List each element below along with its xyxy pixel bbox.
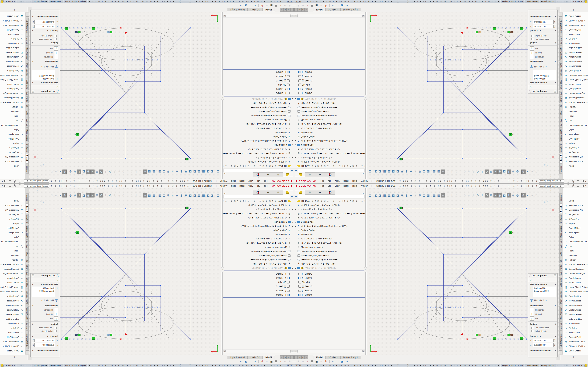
solid-box-icon[interactable]: ■ [184,169,188,174]
tab-weldments[interactable]: Weldments [26,91,28,103]
spinner-buttons[interactable]: ▲▼ [553,343,556,347]
spin-up-icon[interactable]: ▲ [32,339,35,341]
view-orientation-icon[interactable]: ↻ [99,169,103,174]
appearance-ghost-icon[interactable]: ✾ [296,360,301,363]
tree-item-sketch2[interactable]: (-) Sketch2 [294,276,365,280]
perimeter-circle-tool[interactable]: ◎Perimeter Circle [563,203,588,208]
tree-item[interactable]: ★○253Ɛ✜⚬♟◎ΛAΦ⊙○253Ɛ✜⚬♟◎ΛAΦ [294,203,365,207]
relations-listbox[interactable]: Collinear108 Equal length109 [533,70,556,81]
panel-help-icon[interactable]: ? [32,274,34,277]
line-tool[interactable]: ╱Line [0,244,25,249]
restore-button[interactable] [4,185,6,187]
tree-item[interactable]: ○✜天ɔG⚬♟○✻◉[⊙○✜天ɔG⚬♟○✻◉[ [223,258,294,262]
search-dropdown-icon[interactable]: ▾ [25,185,26,187]
circular-sketch-pattern-tool[interactable]: ⟳Circular Sketch Pattern [563,289,588,294]
search-cad-models-box[interactable]: Search CAD Models ▾ [539,184,564,188]
tree-item[interactable]: Σ○25NN◎⚬✜AUᵚ3Ɛ⊙○25NN◎⚬✜AUᵚ3Ɛ [294,122,365,126]
scene-sphere-icon[interactable]: ● [530,193,534,198]
scene-ghost-icon[interactable]: ✿ [301,4,305,7]
constraint-tag[interactable]: =109 [508,334,513,336]
axes-display-icon[interactable]: ✛ [507,169,511,174]
vertical-relation-button-icon[interactable]: | [530,312,534,316]
shell-icon[interactable]: ▥ [426,169,431,174]
silhouette-entities-tool[interactable]: ◑Silhouette Entities [0,344,25,349]
spin-down-icon[interactable]: ▼ [32,345,35,347]
tab-nav-icon[interactable]: ◀ [287,8,290,12]
axes-display-icon[interactable]: ✛ [77,193,81,198]
fit-spline-tool[interactable]: ∿Fit Spline [0,326,25,330]
constraint-tag[interactable]: ▣3 [75,133,79,136]
view-orientation-icon[interactable]: ↻ [99,193,103,198]
tree-item-sketch4[interactable]: (-) Sketch4 [294,74,365,78]
search-dropdown-icon[interactable]: ▾ [562,180,563,182]
tree-item[interactable]: ▶A○25NN◎⚬✜A✜◎NNA⊙○25NN◎⚬✜A✜◎NNA [223,139,294,143]
tab-mold-tools[interactable]: Mold Tools [560,78,562,90]
tab-nav-icon[interactable]: ⏭ [280,355,283,359]
tab-nav-icon[interactable]: ⏭ [280,8,283,12]
toolbar-drag-handle[interactable] [293,4,293,7]
ok-check-icon[interactable]: ✔ [530,278,532,281]
fit-spline-tool[interactable]: ∿Fit Spline [563,326,588,330]
tab-3d-views[interactable]: 3D Views [325,8,341,11]
minimize-button[interactable] [9,180,11,181]
arc-ghost-icon[interactable]: ◝ [121,169,125,174]
scale-entities-tool[interactable]: ⤢Scale Entities [0,308,25,312]
table-icon[interactable]: ▦ [314,360,319,363]
mirror-entities-tool[interactable]: ⧉Mirror Entities [0,280,25,285]
segment-tool[interactable]: ⋰Segment [563,109,588,114]
insert-arrow-icon[interactable]: ⤓ [171,193,175,198]
tabstrip-more-button[interactable]: ⋮ [559,350,562,354]
tab-weldments[interactable]: Weldments [560,91,562,103]
constraint-tag[interactable]: =109 [75,31,81,33]
exit-sketch-icon[interactable]: ↩ [143,193,147,198]
circle-ghost-icon[interactable]: ◌ [445,169,450,174]
horizontal-relation-button-icon[interactable]: — [530,55,534,59]
tree-item[interactable]: ○✜NN◎♟+○✻◉[⊙○✜NN◎♟+○✻◉[ [294,114,365,118]
trim-entities-tool[interactable]: ✂Trim Entities [0,321,25,326]
tree-item-sketch6[interactable]: (-) Sketch6 [294,293,365,297]
split-body-icon[interactable]: ◫ [162,169,166,174]
extruded-cut-icon[interactable]: ◪ [396,193,400,198]
pin-icon[interactable]: ➢ [371,185,373,187]
display-states-icon[interactable]: ☰ [274,360,278,363]
tree-item[interactable]: ○✜天ɔG⚬♟○✻◉[⊙○✜天ɔG⚬♟○✻◉[ [223,105,294,109]
view-3d-icon[interactable]: ⊞ [489,193,493,198]
propertymanager-tab[interactable]: ⧉ [305,172,315,177]
solid-box-icon[interactable]: ■ [400,169,404,174]
relations-listbox[interactable]: Collinear108 Equal length109 [533,286,556,297]
tree-item[interactable]: ▥○25✜3Ɛ25○NN◎⚬✜ƆC3ƐUƧ5○⊙○25✜3Ɛ25○NN◎⚬✜ƆC… [223,211,294,216]
tree-item-sketch5[interactable]: (-) Sketch5 [294,78,365,83]
rollback-bar[interactable] [294,96,365,96]
cancel-sketch-icon[interactable]: ✖ [551,208,554,213]
expander-icon[interactable]: ▶ [291,267,293,269]
document-window-controls[interactable]: □―❐✕ [36,175,50,178]
spin-down-icon[interactable]: ▼ [553,20,556,22]
extrude-boss-icon[interactable]: ◧ [210,169,214,174]
tree-item-sketch5[interactable]: (-) Sketch5 [223,284,294,289]
spin-up-icon[interactable]: ▲ [553,343,556,345]
parameter-value-field[interactable]: 10.88152731 [533,339,553,342]
three-point-center-rectangle-tool[interactable]: ◇3 Point Center Recta... [563,100,588,105]
ok-check-icon[interactable]: ✔ [530,86,532,89]
fix-relation-button-icon[interactable]: ⚲ [530,47,534,50]
configurationmanager-tab[interactable]: ⊕ [263,172,273,177]
rollback-bar[interactable] [223,271,294,271]
constraint-tag[interactable]: ╱ [92,27,95,30]
tree-item[interactable]: ○·◎✜○✻◉[○⊙○·◎✜○✻◉[○ [223,109,294,114]
scale-entities-tool[interactable]: ⤢Scale Entities [0,55,25,59]
constraint-tag[interactable]: ☒3 [64,27,68,30]
tree-item-sketch6[interactable]: (-) Sketch6 [223,293,294,297]
tree-item[interactable]: ▶○253ƐNNΛU+○⊙○253ƐNNΛU+○ [294,266,365,270]
additional-parameters-header[interactable]: Additional Parameters∨ [31,15,60,18]
extend-entities-tool[interactable]: ┬Extend Entities [563,317,588,321]
toolbar-drag-handle[interactable] [293,360,293,363]
tab-motion-study-1[interactable]: Motion Study 1 [340,8,361,11]
revolve-boss-icon[interactable]: ◨ [206,169,210,174]
tab-surfaces[interactable]: Surfaces [26,214,28,224]
option-for-construction[interactable]: For construction [32,326,58,329]
history-clock-icon[interactable]: ◔ [336,4,340,7]
arc-ghost-icon[interactable]: ◠ [130,169,134,174]
stretch-entities-tool[interactable]: ⇱Stretch Entities [0,50,25,55]
close-button[interactable]: ✕ [584,184,586,187]
existing-relations-header[interactable]: Existing Relations∧ [31,283,60,286]
